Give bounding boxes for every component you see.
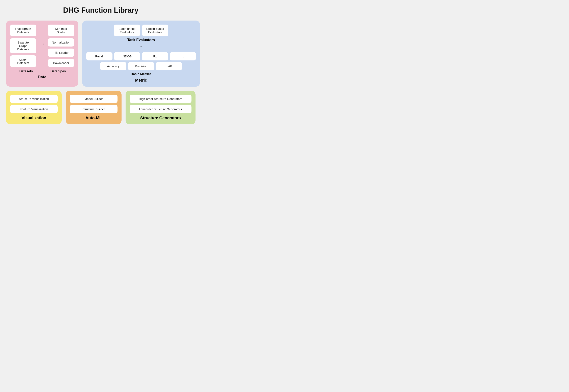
automl-items: Model Builder Structure Builder	[70, 95, 117, 113]
graph-datasets-box: Graph Datasets	[10, 56, 36, 67]
arrow: →	[39, 41, 45, 51]
struct-items: High-order Structure Generators Low-orde…	[130, 95, 191, 113]
downloader-box: Downloader	[48, 59, 74, 67]
batch-based-evaluators-box: Batch-based Evaluators	[114, 25, 140, 36]
model-builder-box: Model Builder	[70, 95, 117, 103]
bipartite-graph-datasets-box: Bipartite Graph Datasets	[10, 38, 36, 53]
recall-box: Recall	[86, 52, 113, 60]
metric-section-label: Metric	[86, 78, 196, 83]
map-box: mAP	[156, 62, 182, 70]
feature-visualization-box: Feature Visualization	[10, 105, 58, 113]
data-inner: Hypergraph Datasets Bipartite Graph Data…	[10, 25, 74, 67]
datapipes-label: Datapipes	[42, 70, 74, 73]
up-arrow: ↑	[86, 44, 196, 51]
visualization-section: Structure Visualization Feature Visualiz…	[6, 91, 62, 124]
data-section: Hypergraph Datasets Bipartite Graph Data…	[6, 21, 78, 87]
top-row: Hypergraph Datasets Bipartite Graph Data…	[6, 21, 195, 87]
visualization-label: Visualization	[10, 116, 58, 120]
structure-generators-label: Structure Generators	[130, 116, 191, 120]
low-order-generators-box: Low-order Structure Generators	[130, 105, 191, 113]
task-evaluators-label: Task Evaluators	[86, 38, 196, 42]
viz-items: Structure Visualization Feature Visualiz…	[10, 95, 58, 113]
task-evaluators-row: Batch-based Evaluators Epoch-based Evalu…	[86, 25, 196, 36]
normalization-box: Normalization	[48, 38, 74, 46]
structure-builder-box: Structure Builder	[70, 105, 117, 113]
data-section-label: Data	[10, 75, 74, 79]
structure-visualization-box: Structure Visualization	[10, 95, 58, 103]
basic-metrics-grid: Recall NDCG F1 ... Accuracy Precision mA…	[86, 52, 196, 70]
dots-box: ...	[170, 52, 196, 60]
page-title: DHG Function Library	[6, 6, 195, 14]
datasets-label: Datasets	[10, 70, 42, 73]
high-order-generators-box: High-order Structure Generators	[130, 95, 191, 103]
f1-box: F1	[142, 52, 168, 60]
automl-section: Model Builder Structure Builder Auto-ML	[66, 91, 121, 124]
structure-generators-section: High-order Structure Generators Low-orde…	[126, 91, 195, 124]
ndcg-box: NDCG	[114, 52, 140, 60]
data-inner-labels: Datasets Datapipes	[10, 70, 74, 73]
basic-metrics-label: Basic Metrics	[86, 72, 196, 76]
bottom-row: Structure Visualization Feature Visualiz…	[6, 91, 195, 124]
datapipes-column: Min-max Scaler Normalization File Loader…	[48, 25, 74, 67]
metric-section: Batch-based Evaluators Epoch-based Evalu…	[82, 21, 200, 87]
minmax-scaler-box: Min-max Scaler	[48, 25, 74, 36]
metrics-row-1: Recall NDCG F1 ...	[86, 52, 196, 60]
hypergraph-datasets-box: Hypergraph Datasets	[10, 25, 36, 36]
precision-box: Precision	[128, 62, 154, 70]
accuracy-box: Accuracy	[100, 62, 126, 70]
metrics-row-2: Accuracy Precision mAP	[86, 62, 196, 70]
datasets-column: Hypergraph Datasets Bipartite Graph Data…	[10, 25, 36, 67]
automl-label: Auto-ML	[70, 116, 117, 120]
file-loader-box: File Loader	[48, 49, 74, 57]
epoch-based-evaluators-box: Epoch-based Evaluators	[142, 25, 168, 36]
